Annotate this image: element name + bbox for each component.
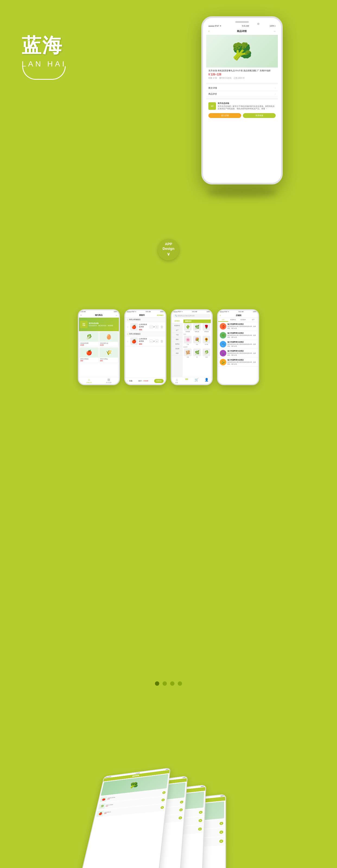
enter-store-btn[interactable]: 进入店铺 xyxy=(208,113,241,118)
phone-screen: ●●●●● AT&T ✦ 9:41 AM 100% ▪ ‹ 商品详情 ··· 🥦 xyxy=(206,24,278,177)
product-image: 🥦 xyxy=(206,35,278,67)
battery-text: 100% ▪ xyxy=(270,25,276,27)
cat-item-greens[interactable]: 🌿 葱 xyxy=(193,348,201,358)
product-info: 东升农场 有机蔬菜套餐礼品卡5斤装 蔬品搭配混配 广 东顺丰包邮 ¥ 126~1… xyxy=(206,67,278,82)
cart-header: 购物车 清空购物车 xyxy=(125,313,165,318)
store-desc: 东升生态农场 东升生态农场是一家专注于有机农场的现代化农业基地。按照有机农业准则… xyxy=(218,102,276,110)
cat-item-oil[interactable]: 食用油 xyxy=(172,342,183,346)
cat-nav-profile[interactable]: 👤 xyxy=(202,377,212,384)
l4-add-1[interactable]: + xyxy=(219,822,223,825)
screen-title: 商品详情 xyxy=(237,30,247,33)
l2-add-3[interactable]: + xyxy=(179,816,182,819)
cat-item-ginger[interactable]: 🫚 生姜 xyxy=(183,348,192,358)
product-meta: 销量 4+58 重约5斤/100克 已售1000+件 xyxy=(208,77,276,80)
cat-item-lily[interactable]: 💐 百合 xyxy=(193,336,201,345)
store-list-item-1[interactable]: 🍎 逸川华源苹果专业商店 我店销售各种水果主营经营各种优质水果，品质保证，量大从… xyxy=(218,322,258,331)
store-tabs: 全部 航蔬种业 花卉园木 水产 xyxy=(218,318,258,322)
category-sidebar: 花卉园木 航蔬种业 水产 干货 粮食 食用油 冻品类 肉类 xyxy=(172,319,183,382)
phones-row: 9:41 AM 100% ≡ 铺内商品 ··· 东升农场 xyxy=(78,309,259,385)
store-back-btn[interactable]: ‹ xyxy=(220,314,221,317)
banner-store-badge: 东升农场 xyxy=(80,321,88,328)
cat-item-succulent[interactable]: 🌵 多肉植物 xyxy=(183,323,192,332)
cat-item-sunflower[interactable]: 🌻 向日葵 xyxy=(202,336,211,345)
product-details-row[interactable]: 图文详情 xyxy=(206,85,278,91)
store-screen: ●●●●● AT&T ✦ 9:41 AM 100% ‹ 店铺街 全部 航蔬种业 … xyxy=(218,310,258,384)
l4-add-3[interactable]: + xyxy=(219,839,223,843)
dot-1[interactable] xyxy=(155,681,159,686)
carrier-text: ●●●●● AT&T ✦ xyxy=(208,25,221,27)
home-status-bar: 9:41 AM 100% xyxy=(79,310,119,313)
screen-header: ‹ 商品详情 ··· xyxy=(206,28,278,35)
cat-item-green[interactable]: 🌿 绿萝盆栽 xyxy=(193,323,201,332)
brand-logo: 蓝海 LAN HAI xyxy=(22,33,66,80)
back-btn[interactable]: ‹ xyxy=(208,29,210,33)
cat-nav-cart[interactable]: 🛒 xyxy=(192,377,202,384)
l1-add-3[interactable]: + xyxy=(160,806,164,809)
product-review-row[interactable]: 商品评价 xyxy=(206,91,278,97)
cat-item-grain[interactable]: 粮食 xyxy=(172,337,183,342)
qty-minus-2[interactable]: − xyxy=(150,340,153,343)
tab-flowers[interactable]: 花卉园木 xyxy=(238,318,248,322)
hero-phone-mockup: ●●●●● AT&T ✦ 9:41 AM 100% ▪ ‹ 商品详情 ··· 🥦 xyxy=(201,16,288,190)
cat-item-rose[interactable]: 🌹 玫瑰花束 xyxy=(202,323,211,332)
store-list-item-2[interactable]: 🌿 逸川华源苹果专业商店 我店销售各种水果主营经营各种优质水果，品质保证，量大从… xyxy=(218,331,258,340)
cat-item-flowers[interactable]: 花卉园木 xyxy=(172,319,183,323)
dot-2[interactable] xyxy=(162,681,167,686)
phone-speaker xyxy=(235,21,249,23)
product-card-2[interactable]: 🥚 有机鸡蛋礼盒 ¥138 xyxy=(99,332,119,347)
cat-item-dry[interactable]: 干货 xyxy=(172,333,183,337)
category-content: 绿植花卉 🌵 多肉植物 🌿 绿萝盆栽 xyxy=(183,319,212,382)
store-list-item-5[interactable]: 🌽 逸川华源苹果专业商店 我店销售各种水果主营经营各种优质水果，品质保证，量大从… xyxy=(218,358,258,367)
delete-item-1[interactable]: 🗑 xyxy=(160,325,164,329)
store-avatar-3: 🐟 xyxy=(220,341,226,347)
store-status-bar: ●●●●● AT&T ✦ 9:41 AM 100% xyxy=(218,310,258,313)
phone-store: ●●●●● AT&T ✦ 9:41 AM 100% ‹ 店铺街 全部 航蔬种业 … xyxy=(217,309,259,385)
store-list-item-4[interactable]: 🍇 逸川华源苹果专业商店 我店销售各种水果主营经营各种优质水果，品质保证，量大从… xyxy=(218,349,258,358)
menu-btn[interactable]: ··· xyxy=(274,30,276,33)
qty-minus-1[interactable]: − xyxy=(150,325,153,329)
cat-item-orchid[interactable]: 🌸 兰花 xyxy=(183,336,192,345)
contact-btn[interactable]: 联系客服 xyxy=(243,113,276,118)
cat-nav-89[interactable]: 89 xyxy=(182,377,192,384)
banner-text: 东升生态农场 欢迎光临本店，我们的宗旨是：满足顾客 xyxy=(88,322,113,326)
tab-all[interactable]: 全部 xyxy=(218,318,228,322)
checkout-btn[interactable]: 结算(0) xyxy=(154,379,164,383)
brand-chinese: 蓝海 xyxy=(22,33,66,59)
cart-item-1: ○ 🍎 山东绿色有机苹果 ¥99 − 2 + 🗑 xyxy=(125,322,165,332)
dot-3[interactable] xyxy=(170,681,175,686)
nav-category[interactable]: ⊞ 联系卖家 xyxy=(99,377,119,384)
store-name: 东升生态农场 xyxy=(218,102,276,104)
l4-add-2[interactable]: + xyxy=(219,830,223,834)
cat-item-veg[interactable]: 航蔬种业 xyxy=(172,323,183,328)
qty-plus-2[interactable]: + xyxy=(155,340,158,343)
product-card-4[interactable]: 🌾 有机大米5kg ¥65 xyxy=(99,347,119,363)
tab-seafood[interactable]: 水产 xyxy=(248,318,258,322)
search-bar[interactable]: 🔍 搜索商品/店铺/品牌名称 xyxy=(173,314,211,318)
product-detail-screen: ●●●●● AT&T ✦ 9:41 AM 100% ▪ ‹ 商品详情 ··· 🥦 xyxy=(206,24,278,177)
clear-cart-btn[interactable]: 清空购物车 xyxy=(157,314,164,316)
tab-seeds[interactable]: 航蔬种业 xyxy=(228,318,238,322)
phone-cart: ●●●●● AT&T ✦ 9:41 AM 100% 购物车 清空购物车 ☑ 利民… xyxy=(124,309,166,385)
cat-status-bar: ●●●●● AT&T ✦ 9:41 AM 100% xyxy=(172,310,212,313)
qty-plus-1[interactable]: + xyxy=(155,325,158,329)
product-price: ¥ 126~128 xyxy=(208,73,276,76)
qty-control-2: − 2 + xyxy=(150,340,158,343)
nav-home[interactable]: ⌂ 店铺分类 xyxy=(79,377,99,384)
product-card-1[interactable]: 🥬 有机蔬菜套餐 ¥108 xyxy=(80,332,99,347)
cat-nav-home[interactable]: ⌂ 首页 xyxy=(172,377,182,384)
dot-4[interactable] xyxy=(178,681,182,686)
cart-store-1: ☑ 利民水果旗舰店 xyxy=(125,318,165,322)
cat-item-seafood[interactable]: 水产 xyxy=(172,328,183,333)
store-title: 店铺街 xyxy=(236,314,242,317)
cat-item-frozen[interactable]: 冻品类 xyxy=(172,346,183,351)
divider-2 xyxy=(206,98,278,99)
store-list-item-3[interactable]: 🐟 逸川华源苹果专业商店 我店销售各种水果主营经营各种优质水果，品质保证，量大从… xyxy=(218,340,258,349)
home-screen: 9:41 AM 100% ≡ 铺内商品 ··· 东升农场 xyxy=(79,310,119,384)
cat-item-cabbage[interactable]: 🥬 白菜 xyxy=(202,348,211,358)
delete-item-2[interactable]: 🗑 xyxy=(160,339,164,343)
cat-item-meat[interactable]: 肉类 xyxy=(172,351,183,355)
product-card-3[interactable]: 🍎 新鲜水果精选 ¥89 xyxy=(80,347,99,363)
time-text: 9:41 AM xyxy=(242,25,249,27)
section-3d: ●●●●● AT&T 9:41 AM 100% 蔬菜商城 🥦 🍅 有机西红柿50… xyxy=(0,694,337,868)
store-avatar-4: 🍇 xyxy=(220,350,226,356)
